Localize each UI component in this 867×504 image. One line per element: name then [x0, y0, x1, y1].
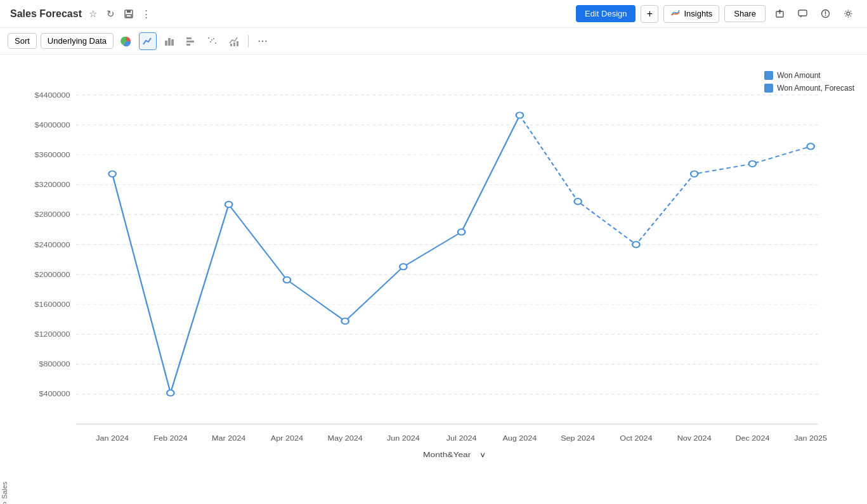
data-point-jun[interactable] [400, 264, 407, 269]
svg-text:$3600000: $3600000 [34, 152, 70, 158]
svg-rect-18 [230, 44, 232, 46]
data-point-oct[interactable] [632, 242, 639, 247]
chart-type-line-button[interactable] [139, 32, 157, 50]
header-icons: ☆ ↻ ⋮ [87, 8, 153, 20]
svg-text:Aug 2024: Aug 2024 [502, 435, 537, 442]
data-point-jan[interactable] [108, 171, 115, 177]
svg-rect-8 [168, 38, 171, 46]
chart-area: › Sales Won Amount Won Amount, Forecast [0, 55, 867, 504]
toolbar-separator [248, 35, 249, 48]
svg-rect-14 [211, 39, 212, 41]
data-point-mar[interactable] [225, 202, 232, 207]
svg-rect-19 [233, 42, 235, 46]
legend-item-won: Won Amount [764, 71, 854, 80]
svg-text:Mar 2024: Mar 2024 [212, 435, 246, 442]
svg-text:$400000: $400000 [39, 391, 70, 398]
svg-rect-2 [126, 15, 131, 17]
svg-text:$2800000: $2800000 [34, 211, 70, 218]
hbar-chart-icon [185, 36, 197, 47]
export-icon[interactable] [771, 5, 788, 23]
chart-wrapper: Won Amount Won Amount, Forecast [11, 65, 867, 504]
svg-rect-13 [208, 37, 209, 39]
legend-label-forecast: Won Amount, Forecast [777, 84, 854, 93]
data-point-dec[interactable] [749, 161, 756, 167]
svg-rect-12 [186, 44, 190, 46]
chart-legend: Won Amount Won Amount, Forecast [764, 71, 854, 93]
save-icon[interactable] [122, 8, 135, 20]
svg-text:Jan 2025: Jan 2025 [794, 435, 827, 442]
svg-text:$800000: $800000 [39, 361, 70, 368]
share-button[interactable]: Share [724, 5, 766, 22]
svg-text:Jul 2024: Jul 2024 [447, 435, 477, 442]
data-point-may[interactable] [341, 318, 348, 324]
svg-point-6 [847, 12, 850, 15]
chart-type-area-button[interactable] [204, 32, 221, 50]
data-point-jul[interactable] [458, 229, 465, 235]
svg-text:Nov 2024: Nov 2024 [677, 435, 712, 442]
insights-button[interactable]: Insights [663, 5, 719, 23]
svg-rect-7 [165, 41, 167, 46]
chart-svg: $400000 $800000 $1200000 $1600000 $20000… [18, 71, 854, 466]
chevron-right-icon: › [0, 501, 9, 504]
insights-icon [670, 9, 681, 19]
ellipsis-icon: ⋯ [257, 35, 268, 47]
legend-color-forecast [764, 84, 773, 93]
data-point-aug[interactable] [516, 112, 523, 118]
more-chart-options-button[interactable]: ⋯ [254, 32, 271, 50]
edit-design-button[interactable]: Edit Design [576, 5, 636, 22]
y-axis-label[interactable]: › Sales [0, 65, 11, 504]
data-point-sep[interactable] [574, 198, 581, 204]
chart-type-pie-button[interactable] [117, 32, 135, 50]
svg-text:Month&Year: Month&Year [423, 451, 471, 459]
more-icon[interactable]: ⋮ [140, 8, 153, 20]
data-point-apr[interactable] [284, 277, 290, 283]
svg-rect-16 [213, 38, 214, 39]
bar-chart-icon [164, 36, 175, 47]
combo-chart-icon [228, 36, 240, 47]
svg-text:Apr 2024: Apr 2024 [271, 435, 304, 442]
settings-icon[interactable] [839, 5, 857, 23]
svg-rect-4 [799, 10, 807, 16]
svg-text:Oct 2024: Oct 2024 [620, 435, 653, 442]
legend-color-won [764, 71, 773, 80]
header: Sales Forecast ☆ ↻ ⋮ Edit Design + Insig… [0, 0, 867, 28]
svg-text:$1600000: $1600000 [34, 301, 70, 308]
svg-text:$3200000: $3200000 [34, 181, 70, 188]
underlying-data-button[interactable]: Underlying Data [41, 33, 114, 49]
legend-label-won: Won Amount [777, 71, 820, 80]
svg-text:$4000000: $4000000 [34, 122, 70, 129]
svg-text:Jun 2024: Jun 2024 [387, 435, 420, 442]
comment-icon[interactable] [793, 5, 811, 23]
header-right: Edit Design + Insights Share [576, 5, 857, 23]
chart-type-combo-button[interactable] [225, 32, 243, 50]
chart-type-hbar-button[interactable] [182, 32, 200, 50]
svg-text:Feb 2024: Feb 2024 [153, 435, 188, 442]
refresh-icon[interactable]: ↻ [105, 8, 117, 20]
data-point-jan2025[interactable] [807, 143, 814, 149]
area-chart-icon [207, 36, 218, 47]
svg-text:Jan 2024: Jan 2024 [96, 435, 129, 442]
svg-rect-1 [127, 10, 131, 13]
svg-text:$2000000: $2000000 [34, 271, 70, 278]
svg-text:Sep 2024: Sep 2024 [561, 435, 596, 442]
line-chart-icon [142, 36, 153, 47]
data-point-feb[interactable] [167, 390, 174, 396]
svg-rect-17 [215, 42, 216, 44]
pie-chart-icon [121, 36, 132, 47]
sort-button[interactable]: Sort [8, 33, 37, 49]
toolbar: Sort Underlying Data [0, 28, 867, 55]
svg-text:∨: ∨ [479, 451, 486, 459]
chart-type-bar-button[interactable] [160, 32, 178, 50]
star-icon[interactable]: ☆ [87, 8, 100, 20]
svg-rect-10 [186, 37, 192, 39]
svg-rect-15 [210, 41, 211, 42]
svg-rect-20 [237, 41, 238, 46]
svg-text:$4400000: $4400000 [34, 92, 70, 99]
svg-rect-9 [171, 39, 174, 46]
data-point-nov[interactable] [691, 171, 698, 177]
alert-icon[interactable] [816, 5, 834, 23]
legend-item-forecast: Won Amount, Forecast [764, 84, 854, 93]
svg-text:May 2024: May 2024 [327, 435, 363, 442]
add-button[interactable]: + [641, 5, 658, 23]
page-title: Sales Forecast [10, 8, 82, 20]
